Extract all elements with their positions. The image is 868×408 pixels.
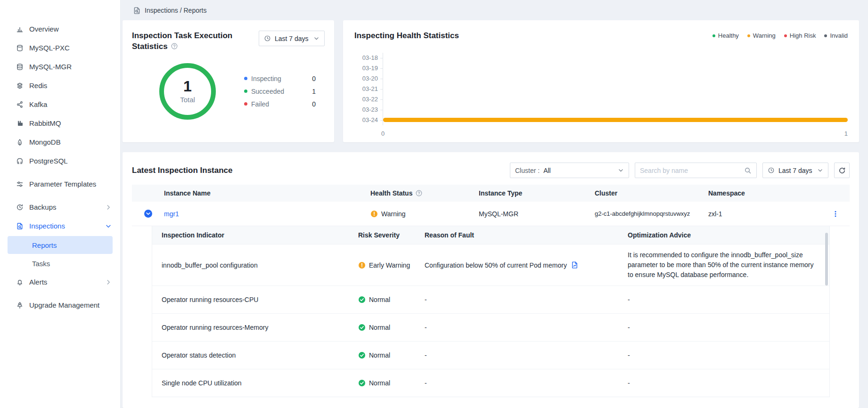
- y-tick-label: 03-22: [354, 96, 378, 103]
- task-total-value: 1: [183, 79, 192, 95]
- detail-column-advice: Optimization Advice: [628, 231, 829, 239]
- sidebar-item-label: Backups: [29, 203, 99, 212]
- chart-bar[interactable]: [383, 118, 848, 122]
- y-tick-label: 03-21: [354, 85, 378, 92]
- upgrade-icon: [16, 302, 24, 309]
- detail-scrollbar[interactable]: [825, 233, 828, 286]
- sidebar-item-mysql-mgr[interactable]: MySQL-MGR: [0, 57, 120, 76]
- main-content: Inspections / Reports Inspection Task Ex…: [121, 0, 868, 408]
- legend-dot: [712, 34, 715, 37]
- redis-icon: [16, 82, 24, 90]
- sidebar-item-postgresql[interactable]: PostgreSQL: [0, 152, 120, 171]
- legend-label: Healthy: [718, 32, 739, 39]
- chevron-right-icon: [105, 279, 112, 286]
- detail-row: Operator status detection Normal - -: [152, 341, 829, 369]
- detail-header: Inspection Indicator Risk Severity Reaso…: [152, 226, 829, 244]
- legend-item-high-risk[interactable]: High Risk: [784, 32, 816, 39]
- sidebar-item-tasks[interactable]: Tasks: [8, 254, 113, 272]
- legend-item-healthy[interactable]: Healthy: [712, 32, 739, 39]
- sidebar-item-mongodb[interactable]: MongoDB: [0, 133, 120, 152]
- table-range-value: Last 7 days: [778, 167, 812, 174]
- column-header-instance-name: Instance Name: [164, 189, 370, 197]
- sidebar-item-alerts[interactable]: Alerts: [0, 273, 120, 292]
- x-tick-label: 1: [844, 130, 848, 137]
- legend-dot: [244, 90, 247, 93]
- legend-item-failed[interactable]: Failed 0: [244, 100, 316, 108]
- task-range-select[interactable]: Last 7 days: [259, 31, 325, 46]
- chart-row: 03-19: [354, 63, 848, 73]
- reason-text: Configuration below 50% of current Pod m…: [425, 261, 567, 269]
- sidebar-item-inspections[interactable]: Inspections: [0, 217, 120, 236]
- instance-table: Instance Name Health Status Instance Typ…: [132, 185, 850, 397]
- help-icon[interactable]: [415, 189, 423, 197]
- task-total-donut: 1 Total: [159, 63, 216, 120]
- sidebar-item-mysql-pxc[interactable]: MySQL-PXC: [0, 39, 120, 57]
- indicator-cell: Operator running resources-Memory: [152, 324, 358, 331]
- breadcrumb[interactable]: Inspections / Reports: [123, 5, 859, 16]
- sidebar-item-label: RabbitMQ: [29, 119, 112, 128]
- y-tick-label: 03-23: [354, 106, 378, 113]
- sidebar-item-label: Kafka: [29, 100, 112, 109]
- legend-dot: [784, 34, 787, 37]
- chart-row: 03-18: [354, 53, 848, 63]
- reason-cell: -: [425, 379, 628, 387]
- reason-cell: -: [425, 324, 628, 331]
- view-report-icon[interactable]: [571, 261, 579, 269]
- table-row: mgr1 Warning MySQL-MGR g2-c1-abcdefghijk…: [132, 202, 850, 226]
- legend-item-succeeded[interactable]: Succeeded 1: [244, 88, 316, 95]
- reason-cell: -: [425, 296, 628, 303]
- sidebar-item-overview[interactable]: Overview: [0, 20, 120, 39]
- legend-item-inspecting[interactable]: Inspecting 0: [244, 75, 316, 82]
- sidebar-item-kafka[interactable]: Kafka: [0, 95, 120, 114]
- mongodb-icon: [16, 139, 24, 146]
- legend-label: Succeeded: [251, 88, 284, 95]
- detail-row: Single node CPU utilization Normal - -: [152, 369, 829, 397]
- legend-item-warning[interactable]: Warning: [747, 32, 776, 39]
- legend-label: Warning: [753, 32, 776, 39]
- collapse-row-icon[interactable]: [144, 210, 152, 218]
- instance-type-cell: MySQL-MGR: [479, 210, 595, 218]
- legend-value: 1: [312, 88, 316, 95]
- alerts-icon: [16, 278, 24, 286]
- sidebar-item-upgrade-management[interactable]: Upgrade Management: [0, 292, 120, 319]
- help-icon[interactable]: [171, 42, 178, 50]
- health-status-text: Warning: [381, 210, 406, 218]
- severity-cell: Early Warning: [358, 261, 425, 269]
- advice-cell: -: [628, 351, 829, 359]
- detail-column-reason: Reason of Fault: [425, 231, 628, 239]
- advice-cell: -: [628, 296, 829, 303]
- legend-item-invalid[interactable]: Invalid: [824, 32, 848, 39]
- section-title: Latest Inspection Instance: [132, 166, 233, 175]
- legend-label: Inspecting: [251, 75, 281, 82]
- search-input[interactable]: [640, 167, 740, 174]
- severity-text: Normal: [369, 296, 390, 303]
- y-tick-label: 03-20: [354, 75, 378, 82]
- check-icon: [358, 296, 366, 303]
- task-stats-card: Inspection Task Execution Statistics Las…: [123, 20, 334, 142]
- health-status-cell: Warning: [370, 210, 479, 218]
- warning-icon: [370, 210, 378, 218]
- column-header-namespace: Namespace: [708, 189, 829, 197]
- y-tick-label: 03-19: [354, 65, 378, 72]
- table-range-select[interactable]: Last 7 days: [762, 163, 828, 178]
- mysql-pxc-icon: [16, 44, 24, 52]
- sidebar-item-backups[interactable]: Backups: [0, 198, 120, 217]
- chart-row: 03-20: [354, 73, 848, 84]
- row-actions-menu-icon[interactable]: [832, 210, 839, 218]
- search-box: [635, 163, 757, 178]
- sidebar-item-rabbitmq[interactable]: RabbitMQ: [0, 114, 120, 133]
- refresh-button[interactable]: [834, 163, 850, 178]
- chart-row: 03-22: [354, 94, 848, 105]
- cluster-filter-select[interactable]: Cluster : All: [510, 163, 629, 178]
- legend-label: Invalid: [830, 32, 848, 39]
- check-icon: [358, 351, 366, 359]
- instance-name-link[interactable]: mgr1: [164, 210, 370, 218]
- clock-icon: [768, 167, 775, 174]
- search-icon[interactable]: [744, 167, 752, 174]
- legend-value: 0: [312, 75, 316, 82]
- sidebar-item-redis[interactable]: Redis: [0, 76, 120, 95]
- postgresql-icon: [16, 157, 24, 165]
- sidebar-item-reports[interactable]: Reports: [8, 236, 113, 254]
- sidebar-item-parameter-templates[interactable]: Parameter Templates: [0, 171, 120, 198]
- advice-cell: -: [628, 379, 829, 387]
